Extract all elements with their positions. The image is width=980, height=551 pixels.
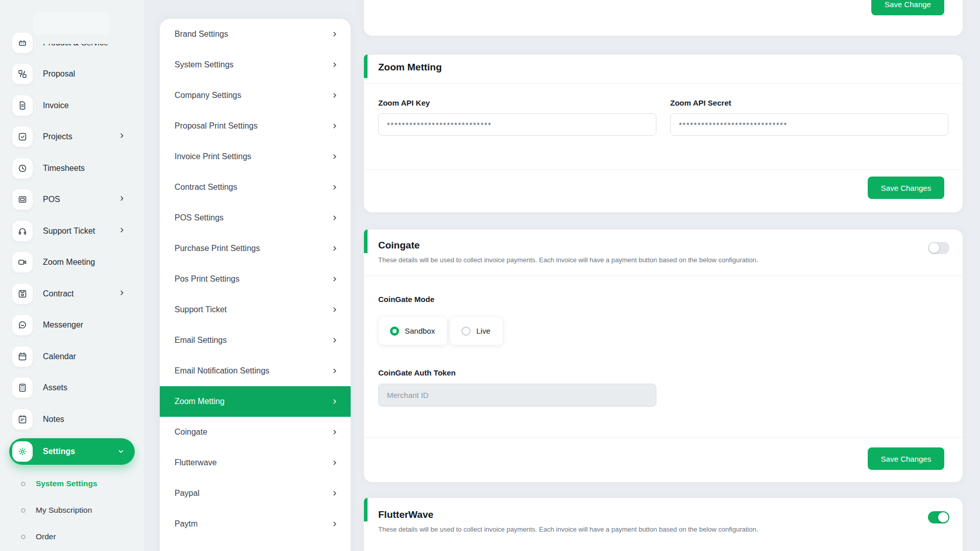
- card-accent-bar: [364, 230, 368, 253]
- sidebar-item-label: Invoice: [43, 101, 69, 110]
- settings-menu-item[interactable]: Email Settings: [160, 325, 351, 356]
- zoom-meeting-icon: [12, 252, 33, 272]
- coingate-mode-options: Sandbox Live: [378, 316, 503, 345]
- settings-menu-item[interactable]: Pos Print Settings: [160, 264, 351, 294]
- settings-menu-item-label: Coingate: [175, 428, 207, 437]
- settings-submenu-item[interactable]: System Settings: [0, 470, 144, 497]
- settings-menu-item[interactable]: Zoom Metting: [160, 386, 351, 417]
- settings-submenu-item[interactable]: Order: [0, 523, 144, 550]
- sidebar-item[interactable]: Contract: [0, 278, 144, 310]
- chevron-right-icon: [118, 289, 126, 298]
- flutterwave-toggle[interactable]: [928, 511, 949, 523]
- sidebar-item[interactable]: Assets: [0, 372, 144, 404]
- chevron-right-icon: [331, 245, 338, 252]
- settings-menu-item[interactable]: Purchase Print Settings: [160, 233, 351, 264]
- settings-menu-item[interactable]: Flutterwave: [160, 447, 351, 478]
- settings-menu-item[interactable]: System Settings: [160, 49, 351, 80]
- card-accent-bar: [364, 55, 368, 78]
- settings-menu-item[interactable]: Paypal: [160, 478, 351, 509]
- submenu-item-label: My Subscription: [36, 506, 92, 515]
- save-changes-button[interactable]: Save Changes: [868, 177, 944, 199]
- chevron-right-icon: [331, 367, 338, 374]
- scrolled-panel-remnant: [33, 12, 110, 35]
- settings-submenu-item[interactable]: My Subscription: [0, 497, 144, 523]
- mode-option[interactable]: Sandbox: [378, 316, 448, 345]
- divider: [364, 437, 963, 438]
- zoom-api-key-input[interactable]: [378, 113, 656, 136]
- mode-option[interactable]: Live: [450, 316, 503, 345]
- assets-icon: [12, 378, 33, 398]
- proposal-icon: [12, 64, 33, 84]
- sidebar-item-label: Settings: [43, 447, 75, 456]
- save-changes-button[interactable]: Save Changes: [868, 447, 944, 470]
- chevron-right-icon: [331, 214, 338, 221]
- submenu-item-label: System Settings: [36, 479, 97, 488]
- settings-submenu: System Settings My Subscription Order: [0, 470, 144, 550]
- settings-menu-item-label: Invoice Print Settings: [175, 152, 251, 161]
- sidebar-item-settings[interactable]: Settings: [9, 438, 135, 465]
- settings-menu-item-label: Email Settings: [175, 336, 227, 345]
- settings-menu-item[interactable]: Email Notification Settings: [160, 356, 351, 386]
- radio-icon: [390, 327, 399, 336]
- card-accent-bar: [364, 498, 368, 521]
- chevron-right-icon: [331, 306, 338, 313]
- zoom-api-secret-input[interactable]: [670, 113, 948, 136]
- sidebar-item[interactable]: Notes: [0, 404, 144, 435]
- support-ticket-icon: [12, 221, 33, 241]
- sidebar-item[interactable]: Support Ticket: [0, 215, 144, 247]
- settings-menu-item-label: Purchase Print Settings: [175, 244, 260, 253]
- chevron-right-icon: [331, 153, 338, 160]
- divider: [364, 83, 963, 84]
- settings-menu-item[interactable]: Proposal Print Settings: [160, 111, 351, 141]
- settings-menu-item-label: Flutterwave: [175, 458, 217, 467]
- contract-icon: [12, 284, 33, 304]
- settings-menu-item[interactable]: POS Settings: [160, 203, 351, 233]
- card-title: Zoom Metting: [378, 62, 442, 73]
- settings-menu-item[interactable]: Coingate: [160, 417, 351, 447]
- sidebar-item[interactable]: Messenger: [0, 310, 144, 341]
- settings-menu-item-label: Paypal: [175, 489, 200, 498]
- settings-menu-item-label: Paytm: [175, 519, 198, 529]
- save-change-button[interactable]: Save Change: [871, 0, 944, 15]
- sidebar-item-label: Notes: [43, 415, 64, 424]
- sidebar-item[interactable]: Projects: [0, 121, 144, 153]
- settings-menu-item-label: Support Ticket: [175, 305, 227, 314]
- chevron-right-icon: [331, 520, 338, 528]
- settings-menu-item[interactable]: Invoice Print Settings: [160, 141, 351, 172]
- coingate-card: Coingate These details will be used to c…: [364, 230, 963, 482]
- previous-settings-card: Save Change: [364, 0, 963, 36]
- gear-icon: [12, 441, 33, 462]
- settings-menu-item[interactable]: Contract Settings: [160, 172, 351, 203]
- sidebar-item[interactable]: Proposal: [0, 59, 144, 90]
- sidebar-item[interactable]: Calendar: [0, 341, 144, 372]
- card-description: These details will be used to collect in…: [378, 525, 758, 533]
- zoom-api-secret-label: Zoom API Secret: [670, 98, 731, 107]
- sidebar-item[interactable]: Invoice: [0, 90, 144, 121]
- flutterwave-card: FlutterWave These details will be used t…: [364, 498, 963, 551]
- settings-menu-item-label: System Settings: [175, 60, 234, 69]
- bullet-icon: [21, 535, 26, 539]
- coingate-token-input[interactable]: [378, 384, 656, 407]
- submenu-item-label: Order: [36, 532, 56, 541]
- bullet-icon: [21, 482, 26, 486]
- mode-option-label: Sandbox: [405, 327, 435, 335]
- timesheets-icon: [12, 158, 33, 179]
- sidebar-item-label: Projects: [43, 132, 72, 141]
- settings-menu-item-label: Contract Settings: [175, 183, 237, 192]
- calendar-icon: [12, 346, 33, 367]
- invoice-icon: [12, 95, 33, 116]
- chevron-right-icon: [118, 195, 126, 204]
- zoom-api-key-label: Zoom API Key: [378, 98, 430, 107]
- sidebar-item[interactable]: POS: [0, 184, 144, 216]
- chevron-right-icon: [331, 122, 338, 130]
- sidebar-item[interactable]: Zoom Meeting: [0, 247, 144, 279]
- coingate-mode-label: CoinGate Mode: [378, 295, 434, 304]
- coingate-toggle[interactable]: [928, 242, 949, 254]
- settings-menu-item[interactable]: Support Ticket: [160, 294, 351, 325]
- settings-menu-item[interactable]: Company Settings: [160, 80, 351, 111]
- toggle-knob: [929, 243, 939, 253]
- settings-menu-item[interactable]: Brand Settings: [160, 19, 351, 49]
- settings-menu-item[interactable]: Paytm: [160, 509, 351, 539]
- chevron-right-icon: [331, 61, 338, 68]
- sidebar-item[interactable]: Timesheets: [0, 153, 144, 184]
